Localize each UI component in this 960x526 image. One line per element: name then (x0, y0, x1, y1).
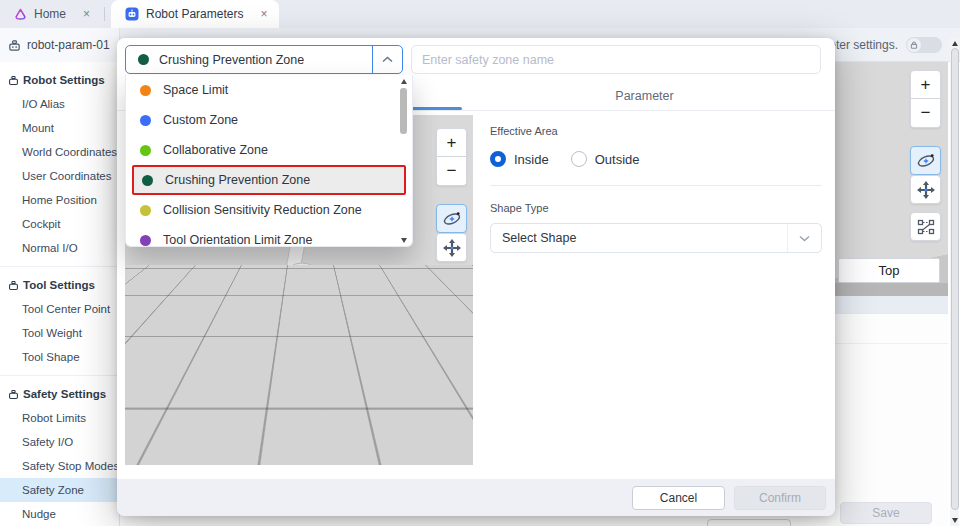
view-rear-button[interactable]: Rear (337, 429, 400, 455)
shape-type-label: Shape Type (490, 202, 822, 214)
sidebar-item-user-coordinates[interactable]: User Coordinates (0, 164, 119, 188)
zone-type-value: Crushing Prevention Zone (159, 53, 372, 67)
tab-parameter[interactable]: Parameter (462, 81, 827, 111)
page-scrollbar[interactable] (950, 38, 959, 526)
project-name-chip[interactable]: robot-param-01 (0, 28, 120, 62)
sidebar-item-tool-center-point[interactable]: Tool Center Point (0, 297, 119, 321)
background-partial-button[interactable] (707, 519, 791, 526)
modal-viewport-controls: + − (436, 128, 467, 299)
bg-zoom-in-button[interactable]: + (910, 70, 941, 99)
option-color-dot (140, 85, 151, 96)
robot-icon (125, 7, 139, 21)
radio-inside-label: Inside (514, 152, 549, 167)
sidebar-title-safety-settings: Safety Settings (0, 382, 119, 406)
tool-settings-icon (8, 280, 19, 291)
robot-file-icon (8, 39, 21, 52)
zone-color-dot (138, 54, 149, 65)
zone-type-select[interactable]: Crushing Prevention Zone (125, 45, 403, 74)
save-button[interactable]: Save (840, 502, 932, 524)
sidebar-item-robot-limits[interactable]: Robot Limits (0, 406, 119, 430)
option-color-dot (140, 205, 151, 216)
view-buttons: Front Right Left Rear Top (132, 429, 468, 455)
option-color-dot (140, 235, 151, 246)
tab-robot-parameters-label: Robot Parameters (146, 7, 243, 21)
background-viewport-controls: + − (910, 70, 941, 241)
tab-robot-parameters[interactable]: Robot Parameters × (111, 0, 279, 28)
zoom-in-button[interactable]: + (436, 128, 467, 157)
scroll-down-icon[interactable] (401, 238, 407, 243)
confirm-button[interactable]: Confirm (734, 486, 826, 510)
sidebar-item-tool-shape[interactable]: Tool Shape (0, 345, 119, 369)
sidebar-title-tool-settings: Tool Settings (0, 273, 119, 297)
scroll-up-icon[interactable] (401, 79, 407, 84)
sidebar-item-mount[interactable]: Mount (0, 116, 119, 140)
sidebar-section-safety-settings: Safety Settings Robot Limits Safety I/O … (0, 376, 119, 526)
option-collaborative-zone[interactable]: Collaborative Zone (126, 135, 412, 165)
radio-selected-icon[interactable] (490, 151, 506, 167)
option-collision-sensitivity-reduction-zone[interactable]: Collision Sensitivity Reduction Zone (126, 195, 412, 225)
cancel-button[interactable]: Cancel (632, 486, 725, 510)
bg-measure-button[interactable] (910, 212, 941, 241)
view-top-button[interactable]: Top (405, 429, 468, 455)
scrollbar-thumb[interactable] (951, 48, 959, 510)
scroll-up-icon[interactable] (952, 41, 958, 46)
divider (490, 185, 822, 186)
tab-home-close-icon[interactable]: × (83, 7, 90, 21)
bg-view-top-button[interactable]: Top (838, 258, 940, 283)
sidebar-item-home-position[interactable]: Home Position (0, 188, 119, 212)
radio-outside[interactable]: Outside (571, 151, 640, 167)
view-front-button[interactable]: Front (132, 429, 195, 455)
bg-zoom-out-button[interactable]: − (910, 99, 941, 128)
orbit-rotate-button[interactable] (436, 204, 467, 233)
sidebar-item-nudge[interactable]: Nudge (0, 502, 119, 526)
option-color-dot (140, 115, 151, 126)
effective-area-radios: Inside Outside (490, 151, 822, 167)
view-right-button[interactable]: Right (200, 429, 263, 455)
tab-home[interactable]: Home × (0, 0, 102, 28)
option-color-dot (140, 145, 151, 156)
zoom-out-button[interactable]: − (436, 157, 467, 186)
viewport-bottom-band (125, 456, 473, 465)
sidebar-item-safety-io[interactable]: Safety I/O (0, 430, 119, 454)
sidebar-item-safety-stop-modes[interactable]: Safety Stop Modes (0, 454, 119, 478)
option-tool-orientation-limit-zone[interactable]: Tool Orientation Limit Zone (126, 225, 412, 247)
option-space-limit[interactable]: Space Limit (126, 75, 412, 105)
tab-home-label: Home (34, 7, 66, 21)
bg-orbit-rotate-button[interactable] (910, 146, 941, 175)
pan-button[interactable] (436, 233, 467, 262)
tab-bar: Home × Robot Parameters × (0, 0, 960, 28)
background-panel-band (835, 296, 948, 313)
view-left-button[interactable]: Left (268, 429, 331, 455)
safety-zone-name-input[interactable] (411, 45, 821, 74)
scrollbar-thumb[interactable] (400, 88, 407, 134)
tab-robot-parameters-close-icon[interactable]: × (260, 7, 267, 21)
shape-select-value: Select Shape (491, 231, 787, 245)
modal-footer: Cancel Confirm (117, 479, 835, 516)
sidebar-section-robot-settings: Robot Settings I/O Alias Mount World Coo… (0, 62, 119, 267)
settings-lock-toggle[interactable] (906, 37, 942, 53)
bg-pan-button[interactable] (910, 175, 941, 204)
sidebar-item-io-alias[interactable]: I/O Alias (0, 92, 119, 116)
dropdown-scrollbar[interactable] (398, 77, 410, 245)
sidebar-item-tool-weight[interactable]: Tool Weight (0, 321, 119, 345)
chevron-up-icon[interactable] (372, 46, 402, 73)
chevron-down-icon[interactable] (787, 224, 821, 252)
option-crushing-prevention-zone[interactable]: Crushing Prevention Zone (132, 165, 406, 195)
sidebar-item-cockpit[interactable]: Cockpit (0, 212, 119, 236)
safety-zone-modal: Crushing Prevention Zone Parameter (117, 38, 835, 516)
zone-type-dropdown-list: Space Limit Custom Zone Collaborative Zo… (125, 75, 413, 247)
sidebar-item-world-coordinates[interactable]: World Coordinates (0, 140, 119, 164)
radio-outside-label: Outside (595, 152, 640, 167)
measure-button[interactable] (436, 270, 467, 299)
sidebar: Robot Settings I/O Alias Mount World Coo… (0, 62, 120, 526)
sidebar-item-safety-zone[interactable]: Safety Zone (0, 478, 119, 502)
scroll-down-icon[interactable] (952, 518, 958, 523)
sidebar-item-normal-io[interactable]: Normal I/O (0, 236, 119, 260)
option-custom-zone[interactable]: Custom Zone (126, 105, 412, 135)
background-panel (835, 313, 948, 526)
radio-inside[interactable]: Inside (490, 151, 549, 167)
radio-unselected-icon[interactable] (571, 151, 587, 167)
project-name: robot-param-01 (27, 38, 110, 52)
shape-type-select[interactable]: Select Shape (490, 223, 822, 253)
safety-settings-icon (8, 389, 19, 400)
